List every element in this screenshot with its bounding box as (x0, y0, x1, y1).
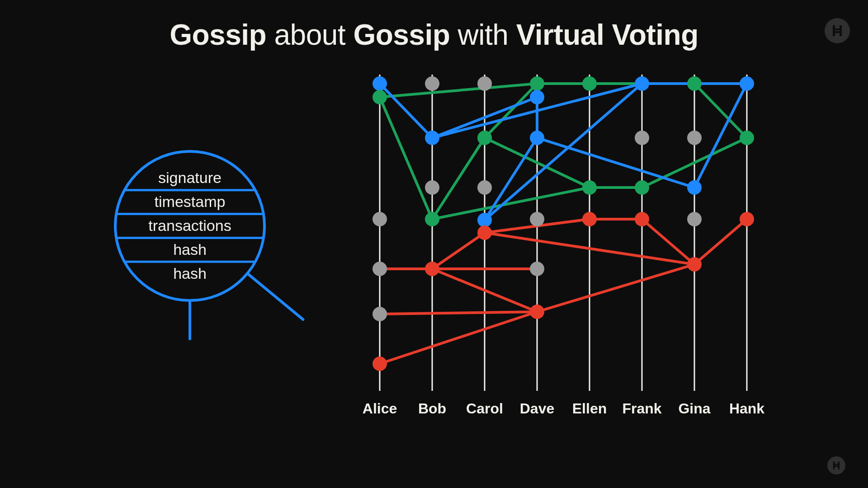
event-node (635, 131, 649, 145)
event-node (635, 212, 649, 226)
event-node (477, 131, 492, 145)
participant-label: Alice (363, 400, 397, 417)
event-node (635, 180, 649, 195)
event-node (425, 131, 439, 145)
hashgraph-diagram: AliceBobCarolDaveEllenFrankGinaHank (371, 75, 764, 422)
event-node (740, 76, 754, 91)
event-node (582, 180, 597, 195)
gossip-edge (380, 84, 432, 138)
svg-rect-1 (840, 25, 842, 36)
event-node (373, 212, 387, 226)
event-node (425, 180, 439, 195)
event-node (530, 90, 544, 104)
event-field-label: timestamp (155, 193, 226, 210)
event-node (477, 213, 492, 227)
event-node (477, 225, 492, 240)
participant-label: Frank (622, 400, 661, 417)
event-node (687, 212, 702, 226)
event-node (635, 76, 649, 91)
event-node (530, 262, 544, 276)
gossip-edge (537, 138, 694, 188)
participant-label: Bob (418, 400, 446, 417)
event-node (740, 212, 754, 226)
event-node (425, 76, 439, 91)
svg-rect-7 (833, 466, 840, 467)
participant-label: Ellen (572, 400, 607, 417)
title-word-5: Virtual Voting (516, 19, 698, 51)
hedera-h-icon (832, 461, 841, 470)
event-node (582, 76, 597, 91)
event-node (687, 131, 702, 145)
slide-title: Gossip about Gossip with Virtual Voting (0, 18, 868, 52)
event-node (477, 76, 492, 91)
magnifier-handle (247, 273, 303, 319)
event-node (373, 262, 387, 276)
event-node (740, 131, 754, 145)
gossip-edge (380, 84, 537, 97)
event-node (530, 305, 544, 319)
event-field-label: hash (173, 265, 207, 282)
event-node (687, 76, 702, 91)
event-node (687, 180, 702, 195)
svg-rect-5 (838, 461, 840, 469)
svg-rect-4 (833, 461, 835, 469)
event-node (530, 212, 544, 226)
gossip-edge (432, 188, 590, 219)
title-word-3: Gossip (353, 19, 450, 51)
hedera-logo-bottom (827, 456, 845, 474)
gossip-edge (380, 312, 537, 364)
participant-label: Gina (678, 400, 710, 417)
gossip-edge (380, 312, 537, 314)
event-node (373, 357, 387, 371)
event-node (530, 76, 544, 91)
event-node (373, 90, 387, 104)
gossip-edge (694, 84, 747, 188)
gossip-edge (537, 264, 694, 312)
gossip-edge (380, 97, 432, 219)
hedera-logo-top (825, 18, 850, 43)
gossip-edge (694, 84, 747, 138)
gossip-edge (485, 84, 537, 138)
title-word-1: Gossip (170, 19, 266, 51)
participant-label: Hank (729, 400, 764, 417)
event-node (687, 257, 702, 272)
svg-rect-3 (833, 31, 842, 33)
gossip-edge (432, 233, 485, 269)
hedera-h-icon (831, 24, 844, 37)
event-node (582, 212, 597, 226)
gossip-edge (694, 219, 747, 264)
gossip-edge (432, 138, 485, 219)
svg-rect-2 (833, 28, 842, 30)
participant-label: Dave (520, 400, 555, 417)
event-field-label: transactions (148, 217, 231, 234)
title-word-4: with (450, 19, 516, 51)
event-node (530, 131, 544, 145)
title-word-2: about (266, 19, 353, 51)
event-node (425, 212, 439, 226)
event-field-label: signature (158, 169, 222, 186)
event-node (477, 180, 492, 195)
svg-rect-6 (833, 464, 840, 465)
event-node (425, 262, 439, 276)
svg-rect-0 (833, 25, 835, 36)
event-node (373, 76, 387, 91)
event-node (373, 307, 387, 321)
event-structure-magnifier: signaturetimestamptransactionshashhash (113, 149, 267, 303)
event-field-label: hash (173, 241, 207, 258)
participant-label: Carol (466, 400, 503, 417)
